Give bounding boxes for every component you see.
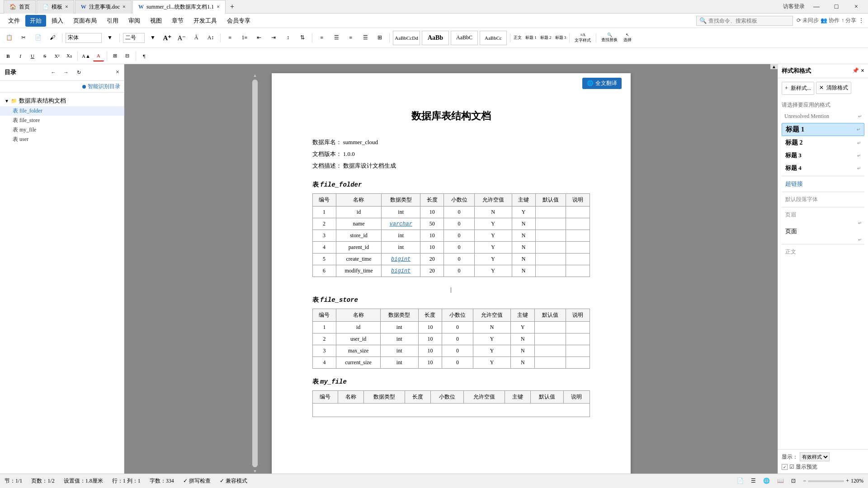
line-spacing[interactable]: ↕ <box>282 32 294 44</box>
menu-developer[interactable]: 开发工具 <box>189 15 222 27</box>
styles-panel-close[interactable]: × <box>861 67 864 75</box>
clear-style-button[interactable]: ✕ 清除格式 <box>816 82 851 94</box>
tab-wps-close[interactable]: × <box>65 4 68 10</box>
toc-forward[interactable]: → <box>61 67 71 78</box>
smart-toc-button[interactable]: 智能识别目录 <box>82 83 120 90</box>
menu-section[interactable]: 章节 <box>167 15 188 27</box>
menu-file[interactable]: 文件 <box>4 15 24 27</box>
toc-item-file-store[interactable]: 表 file_store <box>0 116 124 125</box>
style-item-h1[interactable]: 标题 1 ↵ <box>782 123 864 136</box>
align-left[interactable]: ≡ <box>316 32 328 44</box>
translate-button[interactable]: 🌐 全文翻译 <box>582 78 622 89</box>
unordered-list[interactable]: ≡ <box>224 32 236 44</box>
view-outline-icon[interactable]: ☰ <box>751 478 756 484</box>
tab-doc2[interactable]: W summer_cl...统数据库文档1.1 × <box>132 0 226 14</box>
style-normal[interactable]: AaBbCcDd <box>393 31 420 45</box>
font-shrink[interactable]: A⁻ <box>175 32 188 44</box>
show-styles-select[interactable]: 有效样式 <box>800 452 830 461</box>
hyperlink-style-item[interactable]: 超链接 <box>782 178 864 190</box>
style-item-h3[interactable]: 标题 3 ↵ <box>782 150 864 161</box>
menu-home[interactable]: 开始 <box>25 15 46 27</box>
menu-vip[interactable]: 会员专享 <box>222 15 255 27</box>
toc-item-user[interactable]: 表 user <box>0 135 124 144</box>
style-item-h1-apply[interactable]: ↵ <box>857 127 860 132</box>
cut-button[interactable]: ✂ <box>17 32 30 44</box>
indent-increase[interactable]: ⇥ <box>267 32 280 44</box>
style-panel-btn[interactable]: ≡A 文字样式 <box>573 32 593 44</box>
format-paint[interactable]: 🖌 <box>46 32 59 44</box>
zoom-in[interactable]: + <box>846 478 849 484</box>
menu-view[interactable]: 视图 <box>146 15 166 27</box>
indent-decrease[interactable]: ⇤ <box>253 32 265 44</box>
select-btn[interactable]: ↖ 选择 <box>621 32 634 44</box>
more-icon[interactable]: ⋮ <box>858 17 864 24</box>
search-box[interactable]: 🔍 <box>696 16 793 26</box>
status-compat[interactable]: ✓ 兼容模式 <box>220 477 247 485</box>
bold-button[interactable]: B <box>3 51 14 61</box>
style-h2[interactable]: AaBbC <box>451 31 478 45</box>
search-input[interactable] <box>708 18 790 24</box>
font-color-btn[interactable]: A <box>93 51 104 61</box>
collab-icon[interactable]: 👥 协作 <box>821 17 840 24</box>
clear-format[interactable]: Ā <box>190 32 203 44</box>
menu-reference[interactable]: 引用 <box>102 15 123 27</box>
font-name-input[interactable] <box>66 33 102 43</box>
zoom-slider[interactable] <box>808 480 844 482</box>
style-h3[interactable]: AaBbCc <box>480 31 507 45</box>
menu-insert[interactable]: 插入 <box>47 15 68 27</box>
justify[interactable]: ☰ <box>359 32 372 44</box>
style-item-h3-apply[interactable]: ↵ <box>857 153 861 158</box>
find-replace-btn[interactable]: 🔍 查找替换 <box>599 32 619 44</box>
ordered-list[interactable]: 1≡ <box>238 32 251 44</box>
view-web-icon[interactable]: 🌐 <box>763 478 770 484</box>
view-focus-icon[interactable]: ⊡ <box>791 478 796 484</box>
toc-refresh[interactable]: ↻ <box>73 67 84 78</box>
new-tab-button[interactable]: + <box>226 3 238 11</box>
menu-page-layout[interactable]: 页面布局 <box>69 15 101 27</box>
toc-item-file-folder[interactable]: 表 file_folder <box>0 106 124 116</box>
char-spacing[interactable]: A↕ <box>204 32 217 44</box>
show-preview-checkbox[interactable]: ✓ <box>782 464 788 470</box>
style-h1[interactable]: AaBb <box>422 31 449 45</box>
style-item-h4-apply[interactable]: ↵ <box>857 166 861 171</box>
font-name-dropdown[interactable]: ▼ <box>104 32 116 44</box>
page-up-arrow[interactable]: ▲ <box>253 73 257 78</box>
styles-pin-icon[interactable]: 📌 <box>852 67 859 75</box>
status-spell[interactable]: ✓ 拼写检查 <box>183 477 211 485</box>
copy-button[interactable]: 📄 <box>32 32 44 44</box>
menu-review[interactable]: 审阅 <box>124 15 145 27</box>
style-item-h4[interactable]: 标题 4 ↵ <box>782 162 864 174</box>
minimize-button[interactable]: — <box>808 0 825 14</box>
tab-wps[interactable]: 📄 模板 × <box>37 0 74 14</box>
align-center[interactable]: ☰ <box>330 32 343 44</box>
user-login[interactable]: 访客登录 <box>783 3 805 10</box>
border-btn[interactable]: ⊟ <box>122 51 133 61</box>
page-header-apply[interactable]: ↵ <box>858 221 862 225</box>
subscript-button[interactable]: X₂ <box>64 51 75 61</box>
toc-item-my-file[interactable]: 表 my_file <box>0 125 124 135</box>
font-grow[interactable]: A⁺ <box>161 32 174 44</box>
col-layout[interactable]: ⊞ <box>373 32 386 44</box>
page-style-item[interactable]: 页面 <box>782 225 864 237</box>
share-icon[interactable]: ↑ 分享 <box>841 17 856 24</box>
align-right[interactable]: ≡ <box>344 32 357 44</box>
close-button[interactable]: × <box>848 0 864 14</box>
italic-button[interactable]: I <box>15 51 26 61</box>
unresolved-mention-apply[interactable]: ↵ <box>858 114 862 119</box>
toc-close-button[interactable]: × <box>116 69 119 76</box>
para-mark-btn[interactable]: ¶ <box>139 51 150 61</box>
scroll-up[interactable]: ▲ <box>770 64 778 69</box>
view-normal-icon[interactable]: 📄 <box>737 478 744 484</box>
tab-home[interactable]: 🏠 首页 <box>4 0 36 14</box>
underline-button[interactable]: U <box>27 51 38 61</box>
sync-icon[interactable]: ⟳ 未同步 <box>797 17 819 24</box>
strikethrough-button[interactable]: S <box>39 51 50 61</box>
text-direction[interactable]: ⇅ <box>296 32 309 44</box>
tab-doc1[interactable]: W 注意事项.doc × <box>75 0 132 14</box>
style-item-h2-apply[interactable]: ↵ <box>857 141 861 145</box>
font-size-dropdown[interactable]: ▼ <box>146 32 159 44</box>
page-down-arrow[interactable]: ▼ <box>253 469 257 474</box>
highlight-btn[interactable]: A▲ <box>80 51 92 61</box>
page-style-apply[interactable]: ↵ <box>858 237 862 242</box>
tab-doc2-close[interactable]: × <box>217 4 220 10</box>
